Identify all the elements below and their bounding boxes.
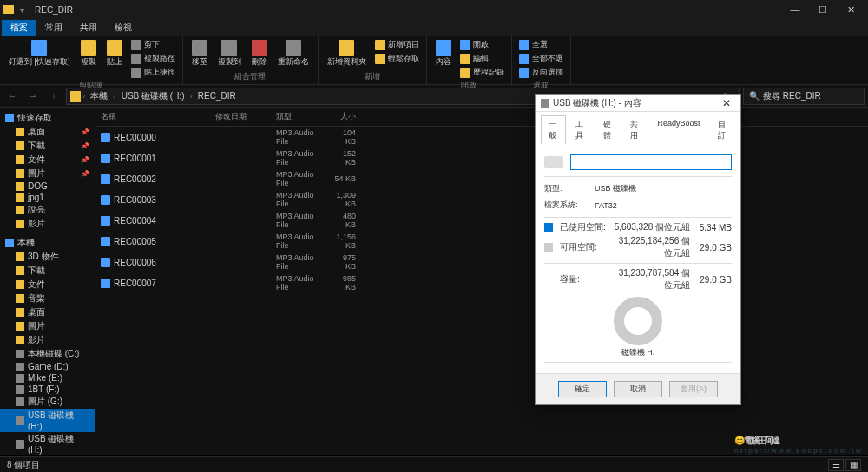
dialog-tab-general[interactable]: 一般 <box>541 115 566 145</box>
file-row[interactable]: REC00004MP3 Audio File480 KB <box>95 210 868 231</box>
sidebar-item[interactable]: 下載 <box>0 264 95 278</box>
sidebar-item[interactable]: USB 磁碟機 (H:) <box>0 432 95 455</box>
cut-button[interactable]: 剪下 <box>129 38 177 51</box>
drive-icon <box>70 91 81 102</box>
file-row[interactable]: REC00002MP3 Audio File54 KB <box>95 168 868 189</box>
sidebar-item[interactable]: 文件 <box>0 278 95 292</box>
tab-view[interactable]: 檢視 <box>106 20 141 36</box>
sidebar-item[interactable]: USB 磁碟機 (H:) <box>0 409 95 432</box>
sidebar-item[interactable]: 音樂 <box>0 292 95 305</box>
properties-button[interactable]: 內容 <box>432 38 455 69</box>
used-legend-icon <box>544 223 553 232</box>
sidebar-item[interactable]: 桌面 <box>0 305 95 319</box>
copypath-button[interactable]: 複製路徑 <box>129 52 177 65</box>
sidebar-item[interactable]: 影片 <box>0 333 95 347</box>
audio-file-icon <box>101 195 110 205</box>
sidebar-item[interactable]: 1BT (F:) <box>0 384 95 395</box>
capacity-donut-chart <box>614 297 662 345</box>
dialog-cancel-button[interactable]: 取消 <box>614 381 662 397</box>
selectnone-button[interactable]: 全部不選 <box>517 52 565 65</box>
pasteshort-button[interactable]: 貼上捷徑 <box>129 66 177 79</box>
folder-icon <box>3 5 14 14</box>
moveto-button[interactable]: 移至 <box>188 38 211 69</box>
close-button[interactable]: ✕ <box>837 0 865 19</box>
sidebar-item[interactable]: 影片 <box>0 217 95 231</box>
delete-button[interactable]: 刪除 <box>248 38 271 69</box>
newfolder-button[interactable]: 新增資料夾 <box>324 38 370 69</box>
properties-dialog: USB 磁碟機 (H:) - 內容 ✕ 一般 工具 硬體 共用 ReadyBoo… <box>535 94 741 405</box>
volume-label-input[interactable] <box>570 154 732 170</box>
sidebar-quick-access[interactable]: 快速存取 <box>0 111 95 125</box>
ribbon-tabs: 檔案 常用 共用 檢視 <box>0 19 868 36</box>
file-row[interactable]: REC00003MP3 Audio File1,309 KB <box>95 189 868 210</box>
dialog-ok-button[interactable]: 確定 <box>558 381 607 397</box>
file-row[interactable]: REC00006MP3 Audio File975 KB <box>95 252 868 272</box>
window-title: REC_DIR <box>35 5 73 15</box>
qat-icon[interactable]: ▾ <box>16 3 28 16</box>
copyto-button[interactable]: 複製到 <box>214 38 245 69</box>
paste-button[interactable]: 貼上 <box>103 38 126 69</box>
minimize-button[interactable]: — <box>781 0 809 19</box>
dialog-tab-sharing[interactable]: 共用 <box>622 115 648 145</box>
audio-file-icon <box>101 279 110 288</box>
nav-back[interactable]: ← <box>3 88 21 105</box>
dialog-tab-tools[interactable]: 工具 <box>568 115 593 145</box>
sidebar-item[interactable]: jpg1 <box>0 192 95 203</box>
sidebar-item[interactable]: 圖片 (G:) <box>0 395 95 409</box>
file-row[interactable]: REC00000MP3 Audio File104 KB <box>95 127 868 148</box>
invert-button[interactable]: 反向選擇 <box>517 66 565 79</box>
audio-file-icon <box>101 216 110 226</box>
selectall-button[interactable]: 全選 <box>517 38 565 51</box>
dialog-close-button[interactable]: ✕ <box>718 97 735 109</box>
nav-forward[interactable]: → <box>24 88 42 105</box>
sidebar-item[interactable]: DOG <box>0 180 95 192</box>
view-details-button[interactable]: ☰ <box>828 459 844 471</box>
history-button[interactable]: 歷程記錄 <box>458 66 506 79</box>
easyaccess-button[interactable]: 輕鬆存取 <box>373 52 421 65</box>
dialog-title: USB 磁碟機 (H:) - 內容 <box>553 97 641 109</box>
file-row[interactable]: REC00005MP3 Audio File1,156 KB <box>95 231 868 252</box>
copy-button[interactable]: 複製 <box>77 38 100 69</box>
col-size[interactable]: 大小 <box>326 109 373 124</box>
status-bar: 8 個項目 ☰ ▦ <box>0 456 868 472</box>
newitem-button[interactable]: 新增項目 <box>373 38 421 51</box>
tab-home[interactable]: 常用 <box>36 20 71 36</box>
sidebar-item[interactable]: Mike (E:) <box>0 372 95 384</box>
sidebar-item[interactable]: 桌面📌 <box>0 125 95 139</box>
dialog-apply-button[interactable]: 套用(A) <box>669 381 718 397</box>
tab-share[interactable]: 共用 <box>71 20 106 36</box>
maximize-button[interactable]: ☐ <box>809 0 837 19</box>
col-name[interactable]: 名稱 <box>95 109 208 124</box>
sidebar-item[interactable]: 說亮 <box>0 203 95 217</box>
rename-button[interactable]: 重新命名 <box>274 38 312 69</box>
pin-button[interactable]: 釘選到 [快速存取] <box>5 38 74 69</box>
ribbon: 釘選到 [快速存取] 複製 貼上 剪下 複製路徑 貼上捷徑 剪貼簿 移至 複製到… <box>0 36 868 85</box>
dialog-tab-customize[interactable]: 自訂 <box>710 115 735 145</box>
file-row[interactable]: REC00007MP3 Audio File985 KB <box>95 272 868 293</box>
sidebar-item[interactable]: 本機磁碟 (C:) <box>0 347 95 361</box>
audio-file-icon <box>101 154 110 163</box>
sidebar-item[interactable]: 下載📌 <box>0 139 95 153</box>
open-button[interactable]: 開啟 <box>458 38 506 51</box>
sidebar: 快速存取 桌面📌下載📌文件📌圖片📌DOGjpg1說亮影片 本機 3D 物件下載文… <box>0 108 95 455</box>
free-legend-icon <box>544 243 553 252</box>
sidebar-item[interactable]: Game (D:) <box>0 361 95 372</box>
view-icons-button[interactable]: ▦ <box>845 459 861 471</box>
sidebar-item[interactable]: 圖片 <box>0 319 95 333</box>
audio-file-icon <box>101 258 110 267</box>
file-list-pane: 名稱 修改日期 類型 大小 REC00000MP3 Audio File104 … <box>95 108 868 455</box>
edit-button[interactable]: 編輯 <box>458 52 506 65</box>
tab-file[interactable]: 檔案 <box>2 20 36 36</box>
column-headers: 名稱 修改日期 類型 大小 <box>95 108 868 127</box>
sidebar-item[interactable]: 文件📌 <box>0 153 95 167</box>
nav-up[interactable]: ↑ <box>45 88 62 105</box>
search-input[interactable]: 🔍搜尋 REC_DIR <box>743 88 865 105</box>
sidebar-item[interactable]: 圖片📌 <box>0 167 95 180</box>
sidebar-item[interactable]: 3D 物件 <box>0 250 95 264</box>
sidebar-this-pc[interactable]: 本機 <box>0 236 95 250</box>
dialog-tab-hardware[interactable]: 硬體 <box>595 115 621 145</box>
col-date[interactable]: 修改日期 <box>208 109 269 124</box>
col-type[interactable]: 類型 <box>269 109 326 124</box>
dialog-tab-readyboost[interactable]: ReadyBoost <box>650 115 708 145</box>
file-row[interactable]: REC00001MP3 Audio File152 KB <box>95 148 868 168</box>
